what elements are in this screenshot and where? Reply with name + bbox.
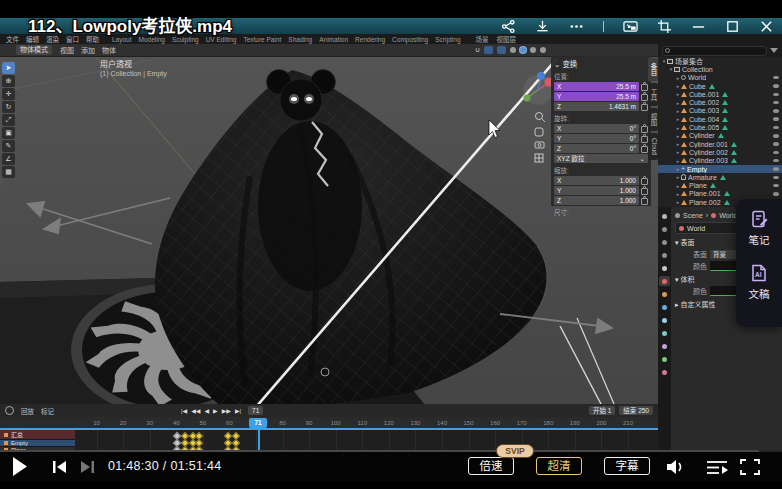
- mesh-data-icon: [731, 150, 737, 155]
- eye-icon: [773, 151, 779, 155]
- axis-value: 1.000: [620, 176, 636, 185]
- eye-icon: [773, 192, 779, 196]
- outliner-row: ▸Cube.002: [658, 98, 782, 106]
- outliner-header: [658, 44, 782, 57]
- n-panel: ⌄ 变换 位置: X25.5 mY25.5 mZ1.4631 m 旋转: X0°…: [551, 56, 651, 206]
- pip-icon[interactable]: [623, 19, 638, 34]
- active-object: (1) Collection | Empty: [100, 69, 167, 78]
- ruler-label: 200: [593, 420, 609, 426]
- mesh-data-icon: [731, 142, 737, 147]
- axis-label: Y: [557, 186, 561, 195]
- mesh-data-icon: [722, 125, 728, 130]
- outliner-row: ▸Cube.001: [658, 90, 782, 98]
- eye-icon: [773, 84, 779, 88]
- tool-add-cube: ▦: [2, 166, 15, 178]
- object-properties-tab: [659, 289, 670, 299]
- eye-icon: [773, 93, 779, 97]
- collection-icon: [674, 67, 680, 72]
- location-field-x: X25.5 m: [554, 82, 639, 91]
- tool-move: ✛: [2, 88, 15, 100]
- download-icon[interactable]: [535, 19, 550, 34]
- render-icon: [662, 227, 667, 232]
- outliner-item-label: Cylinder: [689, 132, 715, 139]
- constraint-properties-tab: [659, 341, 670, 351]
- empty-icon: +: [681, 166, 685, 172]
- eye-icon: [773, 134, 779, 138]
- outliner-item-label: Cube.001: [689, 91, 719, 98]
- outliner-item-label: Cylinder.001: [689, 141, 728, 148]
- subtitle-button[interactable]: 字幕: [604, 457, 650, 475]
- object-icon: [662, 292, 667, 297]
- ruler-label: 40: [168, 420, 184, 426]
- timeline-menu-item: 标记: [41, 406, 54, 416]
- world-icon: [711, 213, 716, 218]
- transport-button: ▶|: [235, 407, 241, 414]
- crop-icon[interactable]: [657, 19, 672, 34]
- outliner-row: ▸Cylinder.001: [658, 140, 782, 148]
- tool-measure: ∠: [2, 153, 15, 165]
- share-icon[interactable]: [501, 19, 516, 34]
- quality-button[interactable]: 超清: [536, 457, 582, 475]
- scale-field-x: X1.000: [554, 176, 639, 185]
- axis-label: X: [557, 124, 561, 133]
- n-panel-tabs: 条目工具视图Cloud: [648, 58, 658, 160]
- speed-button[interactable]: 倍速: [468, 457, 514, 475]
- tool-annotate: ✎: [2, 140, 15, 152]
- volume-icon[interactable]: [666, 459, 690, 475]
- mesh-data-icon: [710, 183, 716, 188]
- minimize-icon[interactable]: [691, 19, 706, 34]
- side-float-panel: 笔记 AI 文稿: [736, 199, 782, 327]
- scale-field-z: Z1.000: [554, 196, 639, 205]
- scene-icon: [667, 59, 673, 64]
- mesh-icon: [681, 183, 687, 188]
- channel-icon: [4, 441, 8, 445]
- workspace-tab: Rendering: [354, 36, 386, 43]
- data-icon: [662, 357, 667, 362]
- tool-cursor: ⊕: [2, 75, 15, 87]
- maximize-icon[interactable]: [725, 19, 740, 34]
- outliner-row: ▸Cylinder: [658, 132, 782, 140]
- next-button[interactable]: [80, 460, 95, 474]
- timeline-channel: 汇总: [0, 430, 75, 440]
- axis-label: X: [557, 82, 561, 91]
- notes-button[interactable]: 笔记: [749, 209, 770, 247]
- outliner-item-label: Plane.001: [689, 190, 721, 197]
- data-properties-tab: [659, 354, 670, 364]
- shading-material-icon: [530, 47, 536, 53]
- axis-label: X: [557, 176, 561, 185]
- playlist-icon[interactable]: [706, 460, 728, 475]
- play-button[interactable]: [12, 457, 28, 476]
- previous-button[interactable]: [52, 460, 67, 474]
- ruler-label: 210: [620, 420, 636, 426]
- output-icon: [662, 240, 667, 245]
- lock-icon: [641, 188, 648, 195]
- ruler-label: 140: [434, 420, 450, 426]
- note-pencil-icon: [749, 209, 769, 229]
- more-icon[interactable]: [569, 19, 584, 34]
- transcript-button[interactable]: AI 文稿: [749, 263, 770, 301]
- mesh-icon: [681, 108, 687, 113]
- ruler-label: 110: [354, 420, 370, 426]
- eye-icon: [773, 184, 779, 188]
- outliner-row: ▸Plane.001: [658, 190, 782, 198]
- eye-icon: [773, 159, 779, 163]
- titlebar-divider: [603, 21, 604, 32]
- eye-icon: [773, 76, 779, 80]
- axis-label: Z: [557, 196, 561, 205]
- transform-section-header: ⌄ 变换: [554, 58, 648, 69]
- workspace-tab: Animation: [318, 36, 349, 43]
- outliner-row: ▸Plane: [658, 181, 782, 189]
- eye-icon: [773, 176, 779, 180]
- fullscreen-icon[interactable]: [740, 459, 760, 475]
- mesh-icon: [681, 117, 687, 122]
- close-icon[interactable]: [759, 19, 774, 34]
- constraint-icon: [662, 344, 667, 349]
- lock-icon: [641, 84, 648, 91]
- viewport-menu-item: 添加: [81, 45, 95, 55]
- axis-value: 1.000: [620, 196, 636, 205]
- axis-value: 25.5 m: [616, 82, 636, 91]
- modifier-properties-tab: [659, 302, 670, 312]
- physics-properties-tab: [659, 328, 670, 338]
- ai-document-icon: AI: [749, 263, 769, 283]
- outliner-item-label: Cube.003: [689, 107, 719, 114]
